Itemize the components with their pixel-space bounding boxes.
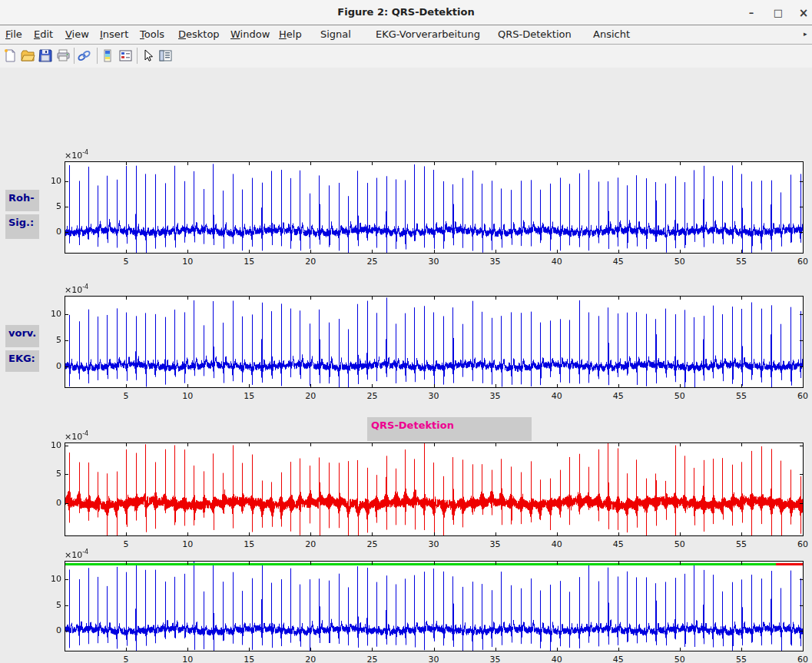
x-tick-label: 5 [114, 391, 138, 401]
x-tick-label: 55 [729, 539, 754, 549]
figure-canvas-area: Roh- Sig.: vorv. EKG: QRS-Detektion FP: … [0, 68, 812, 663]
x-tick-label: 30 [422, 391, 446, 401]
y-tick-label: 5 [31, 201, 61, 211]
y-tick-label: 5 [31, 335, 61, 345]
y-tick-label: 10 [31, 176, 61, 186]
x-tick-label: 55 [729, 391, 754, 401]
menu-ekg-vorverarbeitung[interactable]: EKG-Vorverarbeitung [376, 28, 480, 40]
x-tick-label: 45 [606, 391, 631, 401]
new-document-icon[interactable] [3, 48, 18, 63]
close-button[interactable]: × [796, 5, 811, 21]
minimize-button[interactable]: – [744, 5, 759, 21]
y-axis-exponent-label: ×10-4 [65, 283, 88, 295]
x-tick-label: 60 [790, 539, 812, 549]
x-tick-label: 30 [422, 257, 446, 267]
x-tick-label: 25 [360, 391, 384, 401]
menu-file[interactable]: File [5, 28, 22, 40]
x-tick-label: 35 [483, 539, 508, 549]
link-plot-icon[interactable] [77, 48, 91, 63]
qrs-detection-title: QRS-Detektion [367, 417, 532, 431]
x-tick-label: 10 [175, 391, 200, 401]
detection-result-plot-canvas [65, 561, 804, 651]
property-editor-icon[interactable] [158, 48, 173, 63]
x-tick-label: 15 [237, 539, 261, 549]
open-folder-icon[interactable] [21, 48, 35, 63]
raw-signal-plot-canvas [65, 161, 804, 254]
x-tick-label: 35 [483, 257, 508, 267]
x-tick-label: 45 [606, 539, 631, 549]
x-tick-label: 10 [175, 257, 200, 267]
toolbar-separator [74, 48, 75, 64]
title-bar: Figure 2: QRS-Detektion – □ × [0, 0, 812, 25]
x-tick-label: 60 [790, 257, 812, 267]
y-tick-label: 0 [31, 361, 61, 371]
insert-legend-icon[interactable] [118, 48, 133, 63]
toolbar-separator [137, 48, 138, 64]
x-tick-label: 15 [237, 655, 261, 663]
qrs-detection-title-box: QRS-Detektion [367, 417, 532, 441]
x-tick-label: 60 [790, 655, 812, 663]
preprocessed-ecg-plot-canvas [65, 296, 804, 388]
y-axis-exponent-label: ×10-4 [65, 430, 88, 442]
x-tick-label: 10 [175, 539, 200, 549]
save-icon[interactable] [38, 48, 53, 63]
x-tick-label: 10 [175, 655, 200, 663]
x-tick-label: 15 [237, 391, 261, 401]
x-tick-label: 20 [298, 391, 323, 401]
x-tick-label: 20 [298, 257, 323, 267]
toolbar [0, 45, 812, 68]
x-tick-label: 15 [237, 257, 261, 267]
x-tick-label: 50 [668, 391, 692, 401]
x-tick-label: 25 [360, 655, 384, 663]
y-tick-label: 10 [31, 574, 61, 584]
toolbar-separator [97, 48, 98, 64]
menu-window[interactable]: Window [230, 28, 270, 40]
y-tick-label: 0 [31, 625, 61, 635]
y-tick-label: 10 [31, 309, 61, 319]
menu-overflow-icon[interactable]: ▸ [804, 30, 807, 38]
x-tick-label: 55 [729, 655, 754, 663]
y-tick-label: 5 [31, 600, 61, 610]
insert-colorbar-icon[interactable] [101, 48, 115, 63]
x-tick-label: 20 [298, 539, 323, 549]
x-tick-label: 25 [360, 539, 384, 549]
x-tick-label: 35 [483, 655, 508, 663]
qrs-detection-plot-canvas [65, 443, 804, 536]
x-tick-label: 5 [114, 257, 138, 267]
x-tick-label: 5 [114, 539, 138, 549]
print-icon[interactable] [56, 48, 71, 63]
x-tick-label: 40 [545, 391, 569, 401]
y-tick-label: 10 [31, 440, 61, 450]
x-tick-label: 60 [790, 391, 812, 401]
x-tick-label: 50 [668, 539, 692, 549]
menu-desktop[interactable]: Desktop [178, 28, 220, 40]
menu-qrs-detektion[interactable]: QRS-Detektion [498, 28, 572, 40]
x-tick-label: 40 [545, 539, 569, 549]
y-axis-exponent-label: ×10-4 [65, 549, 88, 560]
y-tick-label: 0 [31, 227, 61, 237]
pointer-icon[interactable] [141, 48, 155, 63]
menu-help[interactable]: Help [279, 28, 302, 40]
matlab-figure-window: Figure 2: QRS-Detektion – □ × ▸ FileEdit… [0, 0, 812, 663]
x-tick-label: 40 [545, 655, 569, 663]
menu-view[interactable]: View [65, 28, 89, 40]
x-tick-label: 25 [360, 257, 384, 267]
menu-bar: ▸ FileEditViewInsertToolsDesktopWindowHe… [0, 25, 812, 45]
y-tick-label: 5 [31, 469, 61, 479]
x-tick-label: 20 [298, 655, 323, 663]
menu-signal[interactable]: Signal [320, 28, 351, 40]
x-tick-label: 55 [729, 257, 754, 267]
x-tick-label: 30 [422, 539, 446, 549]
y-axis-exponent-label: ×10-4 [65, 149, 88, 161]
menu-edit[interactable]: Edit [34, 28, 53, 40]
menu-tools[interactable]: Tools [140, 28, 164, 40]
maximize-button[interactable]: □ [771, 5, 786, 21]
menu-insert[interactable]: Insert [100, 28, 128, 40]
x-tick-label: 50 [668, 655, 692, 663]
x-tick-label: 5 [114, 655, 138, 663]
x-tick-label: 45 [606, 655, 631, 663]
menu-ansicht[interactable]: Ansicht [593, 28, 630, 40]
y-tick-label: 0 [31, 498, 61, 508]
x-tick-label: 35 [483, 391, 508, 401]
x-tick-label: 50 [668, 257, 692, 267]
